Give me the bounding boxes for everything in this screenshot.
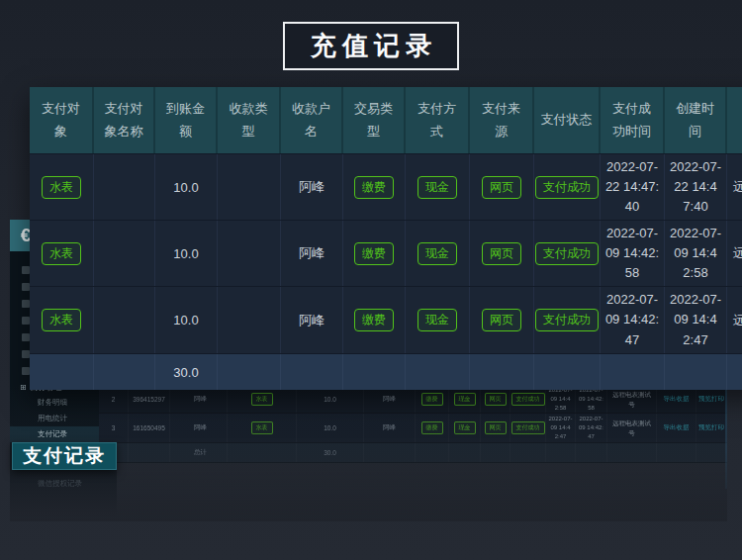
export-receipt-link[interactable]: 导出收据 — [664, 395, 690, 404]
create-time-cell: 2022-07-09 14:42:58 — [665, 221, 727, 286]
pay-object-name-cell — [94, 221, 155, 286]
account-name-cell: 阿峰 — [364, 414, 416, 442]
trade-type-tag: 缴费 — [421, 421, 443, 434]
col-header-pay-object-name: 支付对象名称 — [94, 87, 155, 153]
receive-account-cell: 阿峰 — [281, 154, 343, 220]
total-amount: 30.0 — [297, 443, 364, 462]
amount-cell: 10.0 — [155, 221, 218, 286]
trade-type-tag: 缴费 — [354, 176, 394, 199]
pay-source-tag: 网页 — [482, 309, 521, 331]
col-header-partial — [727, 87, 742, 153]
pay-status-tag: 支付成功 — [535, 242, 599, 265]
order-number: 396415297 — [129, 386, 170, 413]
pay-object-name-cell — [94, 154, 155, 220]
page-title: 充值记录 — [283, 22, 459, 70]
amount-cell: 10.0 — [155, 154, 218, 220]
account-name-cell: 阿峰 — [364, 386, 416, 413]
sidebar-item-wechat-auth-records[interactable]: 微信授权记录 — [10, 476, 117, 492]
total-label: 总计 — [170, 443, 228, 462]
pay-source-tag: 网页 — [485, 393, 507, 406]
success-time: 2022-07-09 14:42:47 — [546, 415, 575, 441]
export-receipt-link[interactable]: 导出收据 — [664, 423, 690, 432]
pay-status-tag: 支付成功 — [535, 309, 599, 331]
device-name-cell: 远程电表测试号 — [727, 154, 742, 220]
trade-type-tag: 缴费 — [421, 393, 443, 406]
meter-type-tag: 水表 — [251, 421, 273, 434]
background-table: 2 396415297 阿峰 水表 10.0 阿峰 缴费 现金 网页 支付成功 … — [99, 386, 727, 463]
success-time: 2022-07-09 14:42:58 — [546, 386, 575, 413]
receive-type-cell — [218, 221, 281, 286]
pay-method-tag: 现金 — [454, 421, 476, 434]
receive-account-cell: 阿峰 — [281, 287, 343, 353]
app-right-edge — [725, 378, 727, 489]
pay-object-name-cell — [94, 287, 155, 353]
preview-print-link[interactable]: 预览打印 — [698, 395, 724, 404]
col-header-receive-type: 收款类型 — [218, 87, 281, 153]
trade-type-tag: 缴费 — [354, 242, 394, 265]
table-row: 水表 10.0 阿峰 缴费 现金 网页 支付成功 2022-07-09 14:4… — [30, 286, 742, 353]
pay-method-tag: 现金 — [417, 242, 457, 265]
amount-cell: 10.0 — [297, 414, 364, 442]
pay-object-tag: 水表 — [42, 176, 81, 199]
col-header-create-time: 创建时间 — [665, 87, 727, 153]
device-name-cell: 远程电表测试号 — [727, 287, 742, 353]
finance-section-icon: ⊞ — [20, 383, 27, 392]
preview-print-link[interactable]: 预览打印 — [698, 423, 724, 432]
device-name: 远程电表测试号 — [607, 390, 656, 408]
order-number: 161650495 — [129, 414, 170, 442]
create-time-cell: 2022-07-09 14:42:47 — [665, 287, 727, 353]
col-header-pay-object: 支付对象 — [30, 87, 94, 153]
col-header-success-time: 支付成功时间 — [601, 87, 665, 153]
table-row: 水表 10.0 阿峰 缴费 现金 网页 支付成功 2022-07-09 14:4… — [30, 220, 742, 286]
amount-cell: 10.0 — [155, 287, 218, 353]
pay-source-tag: 网页 — [485, 421, 507, 434]
create-time-cell: 2022-07-22 14:47:40 — [665, 154, 727, 220]
meter-type-tag: 水表 — [251, 393, 273, 406]
amount-cell: 10.0 — [297, 386, 364, 413]
pay-object-tag: 水表 — [42, 242, 81, 265]
col-header-pay-method: 支付方式 — [406, 87, 470, 153]
recharge-records-table: 支付对象 支付对象名称 到账金额 收款类型 收款户名 交易类型 支付方式 支付来… — [30, 87, 742, 390]
pay-method-tag: 现金 — [417, 309, 457, 331]
success-time-cell: 2022-07-09 14:42:47 — [601, 287, 665, 353]
pay-status-tag: 支付成功 — [511, 421, 545, 434]
page: 充值记录 € ⊞ 财务管理 ⌃ 财务明细 用电统计 支付记录 微信授权记录 — [0, 0, 742, 560]
pay-method-tag: 现金 — [417, 176, 457, 199]
pay-source-tag: 网页 — [482, 176, 521, 199]
col-header-trade-type: 交易类型 — [343, 87, 406, 153]
device-name-cell: 远程电表测试号 — [727, 221, 742, 286]
payer-name: 阿峰 — [170, 414, 228, 442]
col-header-pay-status: 支付状态 — [534, 87, 601, 153]
col-header-receive-account: 收款户名 — [281, 87, 343, 153]
pay-source-tag: 网页 — [482, 242, 521, 265]
create-time: 2022-07-09 14:42:58 — [576, 386, 606, 413]
receive-type-cell — [218, 154, 281, 220]
pay-method-tag: 现金 — [454, 393, 476, 406]
receive-type-cell — [218, 287, 281, 353]
total-amount-cell: 30.0 — [155, 354, 218, 390]
trade-type-tag: 缴费 — [354, 309, 394, 331]
receive-account-cell: 阿峰 — [281, 221, 343, 286]
meter-type-cell: 水表 — [228, 386, 297, 413]
row-index: 2 — [99, 386, 129, 413]
pay-status-tag: 支付成功 — [535, 176, 599, 199]
table-row: 3 161650495 阿峰 水表 10.0 阿峰 缴费 现金 网页 支付成功 … — [99, 414, 727, 443]
table-total-row: 总计 30.0 — [99, 443, 727, 463]
success-time-cell: 2022-07-09 14:42:58 — [601, 221, 665, 286]
table-row: 水表 10.0 阿峰 缴费 现金 网页 支付成功 2022-07-22 14:4… — [30, 153, 742, 220]
pay-object-tag: 水表 — [42, 309, 81, 331]
row-index: 3 — [99, 414, 129, 442]
meter-type-cell: 水表 — [228, 414, 297, 442]
table-total-row: 30.0 — [30, 353, 742, 390]
success-time-cell: 2022-07-22 14:47:40 — [601, 154, 665, 220]
col-header-pay-source: 支付来源 — [470, 87, 534, 153]
col-header-amount: 到账金额 — [155, 87, 218, 153]
device-name: 远程电表测试号 — [607, 419, 656, 436]
payer-name: 阿峰 — [170, 386, 228, 413]
create-time: 2022-07-09 14:42:47 — [576, 415, 606, 441]
payment-records-callout[interactable]: 支付记录 — [12, 442, 117, 470]
pay-status-tag: 支付成功 — [511, 393, 545, 406]
table-header-row: 支付对象 支付对象名称 到账金额 收款类型 收款户名 交易类型 支付方式 支付来… — [30, 87, 742, 153]
table-row: 2 396415297 阿峰 水表 10.0 阿峰 缴费 现金 网页 支付成功 … — [99, 386, 727, 414]
